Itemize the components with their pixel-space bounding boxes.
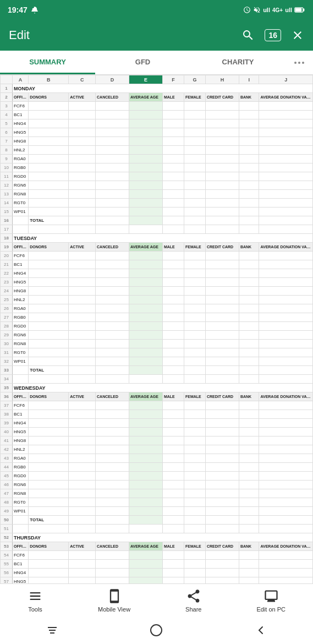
edit-pc-button[interactable]: Edit on PC	[256, 588, 285, 613]
col-header-cell: AVERAGE DONATION VALUE	[259, 93, 313, 102]
data-cell	[29, 481, 69, 489]
total-cell	[259, 216, 313, 225]
data-cell	[29, 463, 69, 472]
data-cell	[96, 507, 129, 516]
data-cell	[29, 119, 69, 128]
total-cell	[239, 366, 259, 375]
data-cell	[162, 287, 184, 296]
data-cell	[259, 463, 313, 472]
row-num: 50	[1, 516, 13, 525]
tools-button[interactable]: Tools	[28, 588, 43, 613]
row-num: 15	[1, 208, 13, 216]
day-label: WEDNESDAY	[12, 384, 312, 392]
data-cell	[129, 454, 163, 463]
row-num: 49	[1, 507, 13, 516]
data-cell	[29, 560, 69, 569]
row-num: 57	[1, 577, 13, 584]
data-cell	[239, 163, 259, 172]
close-icon[interactable]	[291, 29, 304, 42]
mobile-view-button[interactable]: Mobile View	[98, 588, 130, 613]
tab-summary[interactable]: SUMMARY	[0, 51, 95, 74]
data-cell	[205, 181, 239, 190]
data-cell	[239, 119, 259, 128]
data-cell	[205, 269, 239, 278]
col-header-cell: BANK	[239, 243, 259, 252]
spreadsheet-wrapper[interactable]: A B C D E F G H I J 1 MONDAY2OFFICE CODE…	[0, 75, 313, 583]
data-cell	[205, 577, 239, 584]
data-cell	[259, 119, 313, 128]
total-cell	[129, 516, 163, 525]
data-cell	[239, 102, 259, 111]
office-code: HNL2	[12, 296, 28, 304]
data-cell	[96, 287, 129, 296]
office-code: HNG8	[12, 287, 28, 296]
total-label	[12, 216, 28, 225]
table-row: 3FCF6	[1, 102, 313, 111]
office-code: RGA0	[12, 155, 28, 163]
data-cell	[259, 181, 313, 190]
data-cell	[162, 577, 184, 584]
data-cell	[205, 401, 239, 410]
total-cell	[96, 366, 129, 375]
data-cell	[162, 208, 184, 216]
col-header-cell: ACTIVE	[69, 243, 96, 252]
tab-gfd[interactable]: GFD	[95, 51, 190, 74]
data-cell	[239, 199, 259, 208]
nav-home-icon[interactable]	[150, 624, 163, 637]
tab-more[interactable]	[285, 51, 313, 74]
data-cell	[69, 357, 96, 366]
data-cell	[205, 287, 239, 296]
data-cell	[184, 111, 205, 119]
spreadsheet-container[interactable]: A B C D E F G H I J 1 MONDAY2OFFICE CODE…	[0, 75, 313, 583]
data-cell	[162, 322, 184, 331]
total-cell	[259, 366, 313, 375]
data-cell	[239, 172, 259, 181]
data-cell	[29, 102, 69, 111]
data-cell	[162, 428, 184, 436]
table-row: 11RGD0	[1, 172, 313, 181]
office-code: WP01	[12, 208, 28, 216]
col-header-cell: CREDIT CARD	[205, 93, 239, 102]
data-cell	[162, 551, 184, 560]
data-cell	[184, 163, 205, 172]
data-cell	[205, 322, 239, 331]
data-cell	[162, 296, 184, 304]
data-cell	[129, 260, 163, 269]
data-cell	[239, 436, 259, 445]
bottom-toolbar: Tools Mobile View Share Edit on PC	[0, 583, 313, 616]
data-cell	[239, 410, 259, 419]
nav-back-icon[interactable]	[254, 624, 267, 637]
row-num: 25	[1, 296, 13, 304]
data-cell	[184, 287, 205, 296]
search-icon[interactable]	[241, 29, 255, 42]
office-code: RGT0	[12, 498, 28, 507]
data-cell	[239, 348, 259, 357]
share-button[interactable]: Share	[185, 588, 201, 613]
data-cell	[239, 357, 259, 366]
data-cell	[96, 119, 129, 128]
data-cell	[184, 102, 205, 111]
data-cell	[259, 340, 313, 348]
nav-menu-icon[interactable]	[46, 624, 59, 637]
row-num: 23	[1, 278, 13, 287]
office-code: HNG8	[12, 436, 28, 445]
data-cell	[239, 278, 259, 287]
data-cell	[259, 172, 313, 181]
data-cell	[69, 287, 96, 296]
col-header-cell: ACTIVE	[69, 542, 96, 551]
data-cell	[69, 128, 96, 137]
col-header-cell: CREDIT CARD	[205, 542, 239, 551]
table-row: 56HNG4	[1, 569, 313, 577]
total-cell	[205, 216, 239, 225]
row-num: 48	[1, 498, 13, 507]
row-num: 1	[1, 84, 13, 93]
tab-charity[interactable]: CHARITY	[190, 51, 285, 74]
total-label	[12, 366, 28, 375]
data-cell	[259, 278, 313, 287]
row-num: 19	[1, 243, 13, 252]
data-cell	[96, 252, 129, 260]
data-cell	[239, 190, 259, 199]
row-num: 4	[1, 111, 13, 119]
table-row: 7HNG8	[1, 137, 313, 146]
data-cell	[96, 401, 129, 410]
